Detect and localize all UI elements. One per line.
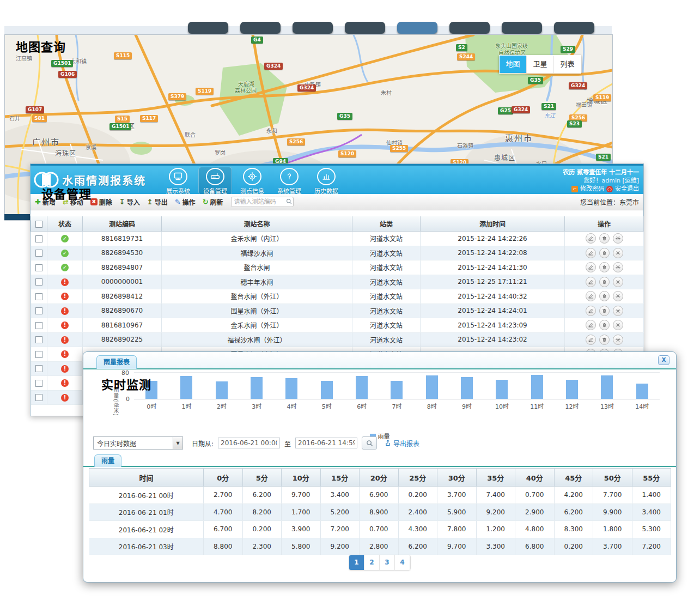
rain-bar[interactable] bbox=[461, 377, 473, 399]
toolbar-del-button[interactable]: ✖删除 bbox=[90, 197, 112, 207]
rain-bar[interactable] bbox=[566, 380, 578, 399]
rain-bar[interactable] bbox=[285, 378, 297, 399]
row-checkbox[interactable] bbox=[35, 351, 42, 358]
background-tab[interactable] bbox=[240, 22, 281, 34]
edit-button[interactable] bbox=[586, 233, 596, 244]
row-checkbox[interactable] bbox=[35, 307, 42, 314]
rain-bar[interactable] bbox=[180, 376, 192, 399]
nav-device[interactable]: 设备管理 bbox=[198, 167, 232, 195]
toolbar-ref-button[interactable]: ↻刷新 bbox=[203, 197, 223, 207]
logout-link[interactable]: 安全退出 bbox=[615, 185, 639, 193]
settings-button[interactable] bbox=[613, 306, 623, 316]
report-col-header: 0分 bbox=[204, 469, 243, 487]
report-row: 2016-06-21 02时6.7000.2003.9007.2000.7004… bbox=[89, 521, 671, 538]
settings-button[interactable] bbox=[613, 335, 623, 345]
rain-bar[interactable] bbox=[601, 375, 613, 399]
settings-button[interactable] bbox=[613, 277, 623, 287]
user-info: 农历 贰零壹伍年 十二月十一 您好！admin [运维] ⌐ 修改密码 ○ 安全… bbox=[563, 168, 639, 193]
row-checkbox[interactable] bbox=[35, 278, 42, 286]
nav-monitor[interactable]: 展示系统 bbox=[161, 167, 195, 195]
tab-rain[interactable]: 雨量 bbox=[94, 454, 121, 467]
page-2[interactable]: 2 bbox=[364, 555, 380, 570]
map-view-button[interactable]: 列表 bbox=[554, 56, 581, 73]
nav-question[interactable]: 系统管理 bbox=[272, 167, 306, 195]
row-checkbox[interactable] bbox=[35, 293, 42, 300]
edit-button[interactable] bbox=[586, 248, 596, 258]
edit-button[interactable] bbox=[586, 277, 596, 287]
map-view-button[interactable]: 卫星 bbox=[527, 56, 554, 73]
edit-button[interactable] bbox=[586, 291, 596, 301]
close-button[interactable]: X bbox=[658, 355, 669, 365]
background-tab[interactable] bbox=[293, 22, 333, 34]
toolbar-exp-button[interactable]: ↥导出 bbox=[147, 197, 168, 207]
rain-bar[interactable] bbox=[531, 375, 543, 399]
change-password-link[interactable]: 修改密码 bbox=[580, 185, 604, 193]
page-3[interactable]: 3 bbox=[380, 555, 395, 570]
rain-bar[interactable] bbox=[321, 381, 333, 399]
map-view-button[interactable]: 地图 bbox=[500, 56, 527, 73]
row-checkbox[interactable] bbox=[35, 394, 42, 401]
nav-target[interactable]: 测点信息 bbox=[235, 167, 269, 195]
edit-button[interactable] bbox=[586, 306, 596, 316]
page-1[interactable]: 1 bbox=[349, 555, 364, 570]
station-search-input[interactable] bbox=[231, 197, 294, 207]
row-checkbox[interactable] bbox=[35, 322, 42, 329]
data-type-select[interactable]: 今日实时数据 ▼ bbox=[93, 436, 183, 450]
row-checkbox[interactable] bbox=[35, 365, 42, 372]
select-all-checkbox[interactable] bbox=[35, 221, 42, 228]
settings-button[interactable] bbox=[613, 248, 623, 258]
delete-button[interactable] bbox=[599, 248, 610, 258]
page-4[interactable]: 4 bbox=[395, 555, 410, 570]
delete-button[interactable] bbox=[599, 277, 610, 287]
date-to-input[interactable] bbox=[295, 438, 357, 448]
date-from-input[interactable] bbox=[218, 438, 280, 448]
rain-bar[interactable] bbox=[356, 376, 368, 399]
row-checkbox[interactable] bbox=[35, 336, 42, 343]
background-tab[interactable] bbox=[397, 22, 437, 34]
rain-bar[interactable] bbox=[251, 377, 263, 399]
settings-button[interactable] bbox=[613, 262, 623, 272]
delete-button[interactable] bbox=[599, 262, 610, 272]
settings-button[interactable] bbox=[613, 233, 623, 244]
search-button[interactable] bbox=[362, 436, 377, 450]
status-error-icon: ! bbox=[61, 394, 69, 402]
chart-bar-slot: 5时 bbox=[309, 372, 344, 399]
delete-button[interactable] bbox=[599, 233, 610, 244]
background-tab[interactable] bbox=[554, 22, 594, 34]
rain-bar[interactable] bbox=[426, 375, 438, 399]
delete-button[interactable] bbox=[599, 320, 610, 330]
nav-chart[interactable]: 历史数据 bbox=[309, 167, 343, 195]
edit-button[interactable] bbox=[586, 262, 596, 272]
background-tab[interactable] bbox=[188, 22, 228, 34]
delete-button[interactable] bbox=[599, 335, 610, 345]
edit-button[interactable] bbox=[586, 335, 596, 345]
toolbar-op-button[interactable]: ✎操作 bbox=[175, 197, 196, 207]
cell-checkbox bbox=[31, 304, 47, 318]
row-checkbox[interactable] bbox=[35, 264, 42, 271]
station-type: 河道水文站 bbox=[352, 260, 421, 275]
delete-button[interactable] bbox=[599, 291, 610, 301]
report-value: 3.900 bbox=[282, 521, 321, 538]
background-tab[interactable] bbox=[345, 22, 385, 34]
report-value: 8.900 bbox=[360, 503, 399, 521]
tab-rain-report[interactable]: 雨量报表 bbox=[96, 355, 137, 369]
settings-button[interactable] bbox=[613, 291, 623, 301]
export-report-link[interactable]: 导出报表 bbox=[385, 439, 419, 448]
report-time: 2016-06-21 01时 bbox=[89, 503, 204, 521]
status-error-icon: ! bbox=[61, 321, 69, 329]
row-checkbox[interactable] bbox=[35, 250, 42, 257]
rain-bar[interactable] bbox=[391, 381, 403, 399]
rain-bar[interactable] bbox=[636, 384, 648, 399]
background-tab[interactable] bbox=[449, 22, 490, 34]
toolbar-imp-button[interactable]: ↧导入 bbox=[119, 197, 140, 207]
rain-bar[interactable] bbox=[216, 381, 228, 399]
settings-button[interactable] bbox=[613, 320, 623, 330]
row-checkbox[interactable] bbox=[35, 235, 42, 242]
row-operations bbox=[586, 320, 623, 330]
delete-button[interactable] bbox=[599, 306, 610, 316]
row-checkbox[interactable] bbox=[35, 380, 42, 387]
rain-bar[interactable] bbox=[496, 380, 508, 399]
edit-button[interactable] bbox=[586, 320, 596, 330]
background-tab[interactable] bbox=[502, 22, 542, 34]
report-value: 7.700 bbox=[593, 487, 632, 504]
